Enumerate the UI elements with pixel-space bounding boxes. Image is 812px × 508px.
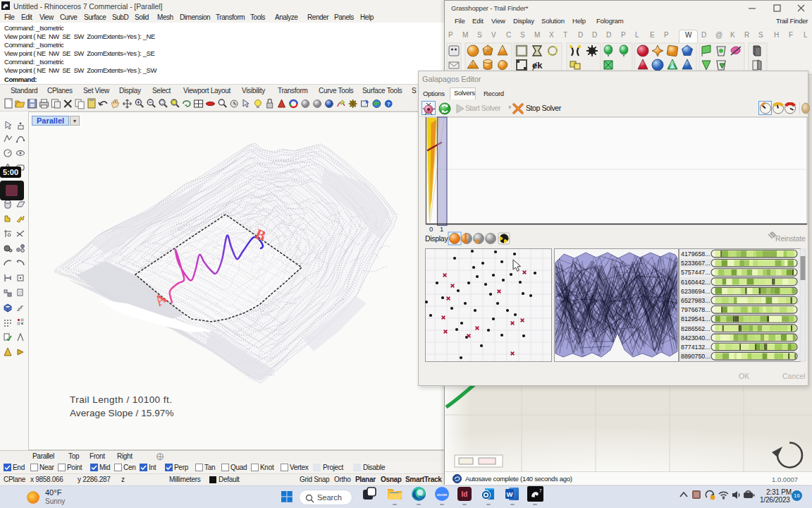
svg-text:6160442...: 6160442... [681,279,710,286]
svg-text:W: W [507,490,513,498]
svg-text:ɇk: ɇk [532,60,543,71]
svg-text:5233667...: 5233667... [681,260,710,267]
svg-text:4179658...: 4179658... [681,250,710,258]
svg-text:8423040...: 8423040... [681,334,710,341]
svg-text:Cancel: Cancel [782,372,806,380]
svg-text:0: 0 [429,225,433,233]
svg-text:8890750...: 8890750... [681,353,710,360]
svg-text:8774132...: 8774132... [681,344,710,351]
svg-text:zoom: zoom [437,492,447,497]
svg-text:8129541...: 8129541... [681,315,710,322]
svg-text:6527983...: 6527983... [681,297,710,304]
svg-text:Reinstate: Reinstate [775,234,806,243]
svg-text:Id: Id [462,490,468,498]
svg-text:7976678...: 7976678... [681,306,710,313]
svg-text:6238694...: 6238694... [681,288,710,295]
svg-text:Average Slope / 15.97%: Average Slope / 15.97% [70,408,174,418]
svg-text:1: 1 [440,225,443,233]
svg-text:?: ? [387,101,390,107]
svg-text:OK: OK [739,372,749,380]
svg-text:5757447...: 5757447... [681,269,710,276]
svg-text:Display: Display [425,234,448,243]
svg-text:7: 7 [539,488,542,493]
svg-text:Trail Length / 10100 ft.: Trail Length / 10100 ft. [70,394,172,405]
svg-text:8286562...: 8286562... [681,325,710,332]
